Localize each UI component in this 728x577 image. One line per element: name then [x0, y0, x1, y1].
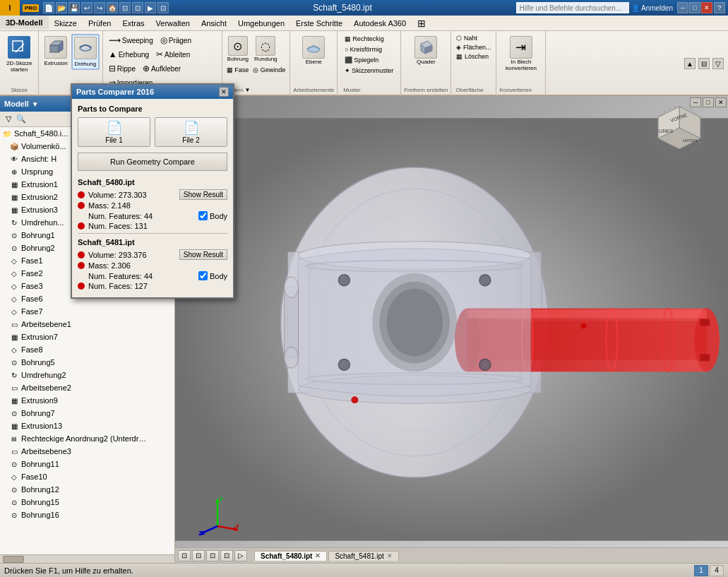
save-button[interactable]: 💾: [68, 2, 80, 13]
menu-grid[interactable]: ⊞: [412, 16, 431, 30]
2d-skizze-button[interactable]: 2D-Skizzestarten: [4, 34, 34, 75]
viewport-window-max[interactable]: □: [703, 97, 714, 107]
tab-schaft5480[interactable]: Schaft_5480.ipt ✕: [254, 551, 327, 561]
aendern-dropdown[interactable]: ▼: [245, 87, 251, 93]
drehung-button[interactable]: Drehung: [71, 34, 100, 70]
open-button[interactable]: 📂: [56, 2, 67, 13]
quader-button[interactable]: Quader: [404, 34, 448, 67]
tree-item-bohrung12[interactable]: ⊙ Bohrung12: [0, 483, 174, 496]
more-button[interactable]: ⊡: [119, 2, 131, 13]
result2-features: Num. Features: 44: [88, 272, 153, 280]
tree-item-extrusion9[interactable]: ▦ Extrusion9: [0, 394, 174, 407]
menu-verwalten[interactable]: Verwalten: [150, 16, 196, 30]
menu-3d-modell[interactable]: 3D-Modell: [0, 16, 49, 30]
sweeping-button[interactable]: ⟿Sweeping: [106, 34, 156, 47]
tree-item-rechteckige[interactable]: ▤ Rechteckige Anordnung2 (Unterdrückl...: [0, 432, 174, 445]
ribbon-expand-button[interactable]: ▽: [712, 58, 724, 69]
tree-item-bohrung5[interactable]: ⊙ Bohrung5: [0, 356, 174, 369]
extrusion-button[interactable]: Extrusion: [42, 34, 69, 70]
tree-item-extrusion7[interactable]: ▦ Extrusion7: [0, 331, 174, 343]
undo-button[interactable]: ↩: [81, 2, 93, 13]
praegen-button[interactable]: ◎Prägen: [157, 34, 194, 47]
show-result2-button[interactable]: Show Result: [179, 249, 227, 260]
menu-erste-schritte[interactable]: Erste Schritte: [290, 16, 348, 30]
more4-button[interactable]: ⊡: [157, 2, 169, 13]
tree-item-fase7[interactable]: ◇ Fase7: [0, 305, 174, 318]
vp-btn-2[interactable]: ⊡: [192, 550, 205, 561]
tree-item-bohrung11[interactable]: ⊙ Bohrung11: [0, 458, 174, 470]
ableiten-button[interactable]: ✂Ableiten: [153, 48, 193, 61]
ribbon-collapse-button[interactable]: ▲: [684, 58, 696, 69]
page-num-1[interactable]: 1: [694, 565, 708, 576]
menu-skizze[interactable]: Skizze: [49, 16, 83, 30]
tree-item-umdrehung2[interactable]: ↻ Umdrehung2: [0, 369, 174, 381]
tree-item-arbeitsebene3[interactable]: ▭ Arbeitsebene3: [0, 445, 174, 458]
tree-item-bohrung7[interactable]: ⊙ Bohrung7: [0, 407, 174, 420]
skizzenmuster-button[interactable]: ✦Skizzenmuster: [343, 66, 395, 76]
result1-body-checkbox[interactable]: [198, 211, 208, 220]
tree-item-bohrung15[interactable]: ⊙ Bohrung15: [0, 496, 174, 508]
vp-btn-5[interactable]: ▷: [234, 550, 247, 561]
ribbon-settings-button[interactable]: ⊟: [698, 58, 710, 69]
filter-icon[interactable]: ▽: [3, 114, 14, 125]
h-scrollbar[interactable]: [0, 554, 174, 563]
menu-ansicht[interactable]: Ansicht: [196, 16, 232, 30]
oberflaeche-btn3[interactable]: ▦ Löschen: [455, 52, 491, 61]
more3-button[interactable]: ▶: [145, 2, 156, 13]
vp-btn-3[interactable]: ⊡: [206, 550, 219, 561]
vp-btn-4[interactable]: ⊡: [220, 550, 233, 561]
in-blech-button[interactable]: ⇥ In Blechkonvertieren: [499, 34, 542, 73]
minimize-button[interactable]: ─: [677, 2, 688, 13]
menu-umgebungen[interactable]: Umgebungen: [232, 16, 290, 30]
dialog-close-button[interactable]: ✕: [219, 87, 229, 97]
oberflaeche-btn2[interactable]: ◈ Flächen...: [455, 43, 491, 52]
dialog-title: Parts Comparer 2016: [76, 88, 154, 96]
maximize-button[interactable]: □: [689, 2, 700, 13]
tab-close-2[interactable]: ✕: [387, 552, 393, 559]
dialog-title-bar[interactable]: Parts Comparer 2016 ✕: [72, 85, 233, 99]
redo-button[interactable]: ↪: [94, 2, 105, 13]
spiegeln-button[interactable]: ⬛Spiegeln: [343, 55, 395, 65]
tree-item-arbeitsebene1[interactable]: ▭ Arbeitsebene1: [0, 318, 174, 331]
new-button[interactable]: 📄: [43, 2, 54, 13]
title-search-input[interactable]: [516, 2, 629, 13]
close-button[interactable]: ✕: [701, 2, 712, 13]
rippe-button[interactable]: ⊟Rippe: [106, 62, 138, 75]
erhebung-button[interactable]: ▲Erhebung: [106, 48, 152, 61]
page-num-4[interactable]: 4: [710, 565, 724, 576]
kreisfoermig-button[interactable]: ○Kreisförmig: [343, 44, 395, 54]
viewport-window-min[interactable]: ─: [690, 97, 701, 107]
anmelden-button[interactable]: 👤 Anmelden: [631, 4, 673, 12]
tree-item-extrusion13[interactable]: ▦ Extrusion13: [0, 420, 174, 432]
menu-extras[interactable]: Extras: [117, 16, 150, 30]
tree-item-fase8[interactable]: ◇ Fase8: [0, 343, 174, 356]
file1-button[interactable]: 📄 File 1: [78, 117, 150, 147]
ebene-button[interactable]: Ebene: [293, 34, 334, 67]
menu-pruefen[interactable]: Prüfen: [83, 16, 117, 30]
bohrung-button[interactable]: ⊙ Bohrung: [225, 34, 251, 64]
tab-close-1[interactable]: ✕: [315, 552, 321, 559]
show-result1-button[interactable]: Show Result: [179, 189, 227, 200]
rechteckig-button[interactable]: ▦Rechteckig: [343, 34, 395, 44]
oberflaeche-btn1[interactable]: ⬡ Naht: [455, 34, 491, 42]
tree-item-bohrung16[interactable]: ⊙ Bohrung16: [0, 508, 174, 521]
tree-item-fase10[interactable]: ◇ Fase10: [0, 470, 174, 483]
result1-volume-label: Volume: 273.303: [88, 191, 147, 199]
view-cube[interactable]: VORNE LINKS UNTEN: [652, 103, 707, 158]
run-geometry-compare-button[interactable]: Run Geometry Compare: [78, 153, 227, 171]
vp-btn-home[interactable]: ⊡: [178, 550, 191, 561]
search-icon[interactable]: 🔍: [16, 114, 27, 125]
aufkleber-button[interactable]: ⊕Aufkleber: [140, 62, 184, 75]
rundung-button[interactable]: ◌ Rundung: [252, 34, 279, 64]
freiform-label: Freiform erstellen: [404, 87, 448, 93]
tree-item-arbeitsebene2[interactable]: ▭ Arbeitsebene2: [0, 381, 174, 394]
more2-button[interactable]: ⊡: [132, 2, 143, 13]
file2-button[interactable]: 📄 File 2: [155, 117, 227, 147]
viewport-window-close[interactable]: ✕: [715, 97, 727, 107]
result2-body-checkbox[interactable]: [198, 271, 208, 280]
tab-schaft5481[interactable]: Schaft_5481.ipt ✕: [328, 551, 399, 561]
home-button[interactable]: 🏠: [107, 2, 118, 13]
panel-dropdown[interactable]: ▼: [32, 100, 39, 108]
help-button[interactable]: ?: [714, 2, 725, 13]
menu-a360[interactable]: Autodesk A360: [348, 16, 412, 30]
